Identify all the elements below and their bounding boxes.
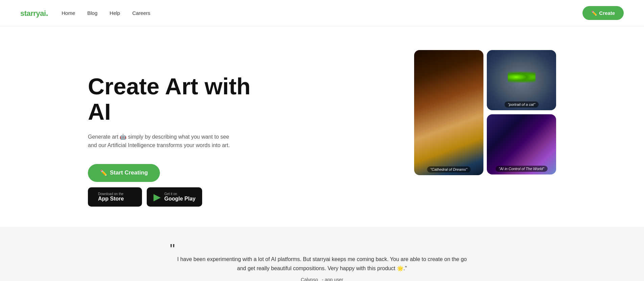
image-cat-label: "portrait of a cat" <box>504 101 539 108</box>
start-creating-button[interactable]: ✏️ Start Creating <box>88 164 160 182</box>
nav-item-home[interactable]: Home <box>62 10 75 16</box>
hero-buttons: ✏️ Start Creating Download on the App St… <box>88 164 264 207</box>
nav-item-help[interactable]: Help <box>110 10 120 16</box>
image-space: "AI in Control of The World" <box>487 114 556 174</box>
hero-content: Create Art with AI Generate art 🤖 simply… <box>88 53 264 207</box>
hero-desc-part2: and our Artificial Intelligence transfor… <box>88 142 230 148</box>
logo-dot: . <box>46 8 48 18</box>
hero-title: Create Art with AI <box>88 74 264 124</box>
hero-images: "Cathedral of Dreams" "portrait of a cat… <box>414 50 556 175</box>
google-play-main: Google Play <box>164 196 195 202</box>
google-play-sub: Get it on <box>164 192 195 196</box>
nav-item-careers[interactable]: Careers <box>132 10 150 16</box>
nav-create-button[interactable]: ✏️ Create <box>582 6 624 20</box>
app-store-button[interactable]: Download on the App Store <box>88 187 142 207</box>
store-buttons: Download on the App Store ▶ Get it on Go… <box>88 187 202 207</box>
nav-link-home[interactable]: Home <box>62 10 75 16</box>
pencil-icon: ✏️ <box>591 10 597 16</box>
hero-section: Create Art with AI Generate art 🤖 simply… <box>0 26 644 227</box>
testimonial-section: " I have been experimenting with a lot o… <box>0 227 644 281</box>
image-cathedral-label: "Cathedral of Dreams" <box>427 166 471 172</box>
navbar: starryai. Home Blog Help Careers ✏️ Crea… <box>0 0 644 26</box>
image-cathedral: "Cathedral of Dreams" <box>414 50 483 175</box>
image-cat: "portrait of a cat" <box>487 50 556 110</box>
nav-item-blog[interactable]: Blog <box>87 10 97 16</box>
nav-link-help[interactable]: Help <box>110 10 120 16</box>
logo-text: starryai <box>20 9 46 18</box>
app-store-text: Download on the App Store <box>98 192 124 202</box>
app-store-main: App Store <box>98 196 124 202</box>
testimonial-text: I have been experimenting with a lot of … <box>177 255 468 273</box>
nav-link-blog[interactable]: Blog <box>87 10 97 16</box>
nav-link-careers[interactable]: Careers <box>132 10 150 16</box>
quote-mark: " <box>170 245 474 253</box>
testimonial-author: Calypso_ - app user <box>14 277 630 281</box>
hero-desc-part1: Generate art 🤖 simply by describing what… <box>88 134 229 140</box>
image-space-label: "AI in Control of The World" <box>495 166 547 172</box>
google-play-icon: ▶ <box>153 191 161 203</box>
start-btn-icon: ✏️ <box>100 169 107 177</box>
create-button-label: Create <box>599 10 615 16</box>
nav-left: starryai. Home Blog Help Careers <box>20 8 150 18</box>
hero-description: Generate art 🤖 simply by describing what… <box>88 133 230 150</box>
google-play-text: Get it on Google Play <box>164 192 195 202</box>
start-btn-label: Start Creating <box>110 169 148 176</box>
google-play-button[interactable]: ▶ Get it on Google Play <box>147 187 202 207</box>
nav-links: Home Blog Help Careers <box>62 10 150 16</box>
app-store-sub: Download on the <box>98 192 124 196</box>
logo[interactable]: starryai. <box>20 8 48 18</box>
